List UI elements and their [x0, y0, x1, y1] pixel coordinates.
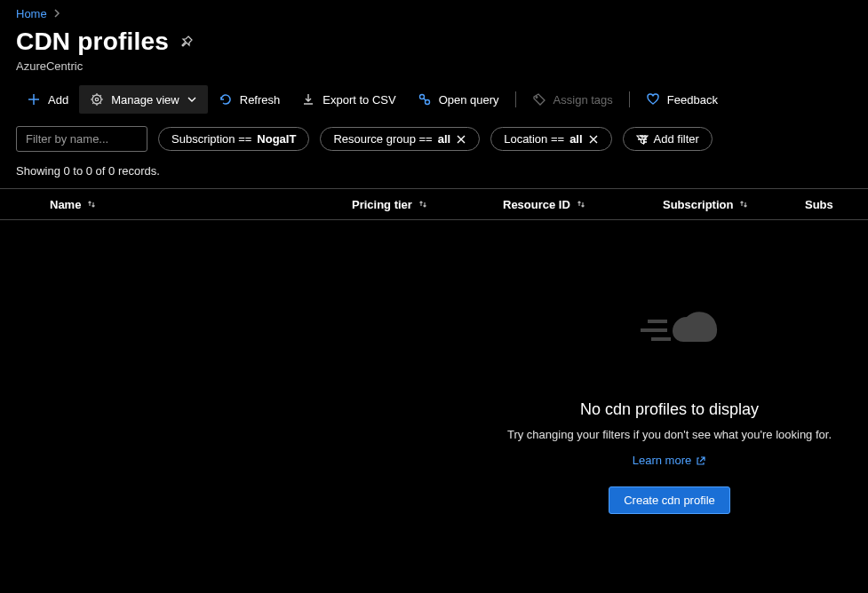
- column-pricing-label: Pricing tier: [352, 198, 412, 211]
- chevron-right-icon: [52, 8, 61, 20]
- records-info: Showing 0 to 0 of 0 records.: [0, 155, 868, 188]
- export-csv-label: Export to CSV: [323, 93, 395, 107]
- pill-value: all: [569, 132, 582, 146]
- sort-icon: [576, 199, 586, 210]
- filter-pill-resource-group[interactable]: Resource group == all: [320, 127, 480, 151]
- sort-icon: [738, 199, 749, 210]
- toolbar: Add Manage view Refresh Export to CSV Op…: [0, 82, 868, 117]
- empty-title: No cdn profiles to display: [580, 400, 759, 419]
- query-icon: [418, 92, 432, 107]
- tag-icon: [532, 92, 546, 107]
- chevron-down-icon: [187, 94, 197, 105]
- filter-row: Subscription == NogaIT Resource group ==…: [0, 117, 868, 155]
- pin-button[interactable]: [179, 35, 194, 49]
- add-label: Add: [48, 93, 68, 107]
- column-subscription-label: Subscription: [663, 198, 733, 211]
- manage-view-button[interactable]: Manage view: [79, 85, 208, 114]
- feedback-label: Feedback: [667, 93, 718, 107]
- heart-icon: [646, 92, 660, 107]
- external-link-icon: [696, 455, 706, 466]
- filter-pill-subscription[interactable]: Subscription == NogaIT: [158, 127, 309, 151]
- learn-more-label: Learn more: [633, 454, 691, 467]
- refresh-icon: [219, 92, 233, 107]
- column-subscription[interactable]: Subscription: [654, 198, 796, 211]
- svg-rect-6: [641, 328, 667, 332]
- svg-point-3: [425, 100, 429, 105]
- filter-pill-location[interactable]: Location == all: [490, 127, 611, 151]
- svg-rect-5: [648, 320, 667, 323]
- empty-state: No cdn profiles to display Try changing …: [235, 220, 868, 514]
- filter-name-input[interactable]: [16, 126, 147, 152]
- column-name-label: Name: [50, 198, 81, 211]
- assign-tags-button: Assign tags: [522, 85, 624, 114]
- breadcrumb-home[interactable]: Home: [16, 7, 47, 20]
- svg-rect-7: [651, 337, 671, 341]
- gear-icon: [90, 92, 104, 107]
- plus-icon: [27, 92, 41, 107]
- create-cdn-profile-button[interactable]: Create cdn profile: [609, 486, 730, 514]
- sort-icon: [418, 199, 428, 210]
- export-csv-button[interactable]: Export to CSV: [291, 85, 406, 114]
- page-header: CDN profiles: [0, 24, 868, 59]
- svg-point-2: [419, 95, 424, 99]
- column-resource-id[interactable]: Resource ID: [494, 198, 654, 211]
- open-query-label: Open query: [439, 93, 499, 107]
- pin-icon: [179, 35, 194, 49]
- column-resource-label: Resource ID: [503, 198, 570, 211]
- refresh-label: Refresh: [240, 93, 281, 107]
- manage-view-label: Manage view: [111, 93, 179, 107]
- filter-icon: [636, 133, 649, 146]
- learn-more-link[interactable]: Learn more: [633, 454, 706, 467]
- column-name[interactable]: Name: [41, 198, 343, 211]
- pill-label: Resource group ==: [333, 132, 432, 146]
- empty-subtitle: Try changing your filters if you don't s…: [507, 428, 832, 441]
- pill-value: all: [438, 132, 450, 146]
- column-subscription-id-label: Subs: [805, 198, 833, 211]
- close-icon[interactable]: [588, 134, 599, 145]
- download-icon: [301, 92, 315, 107]
- column-pricing-tier[interactable]: Pricing tier: [343, 198, 494, 211]
- column-subscription-id[interactable]: Subs: [796, 198, 849, 211]
- assign-tags-label: Assign tags: [553, 93, 613, 107]
- sort-icon: [86, 199, 97, 210]
- svg-point-4: [536, 97, 538, 99]
- open-query-button[interactable]: Open query: [407, 85, 510, 114]
- page-subtitle: AzureCentric: [0, 59, 868, 82]
- page-title: CDN profiles: [16, 28, 169, 56]
- svg-point-1: [95, 98, 98, 100]
- table-header: Name Pricing tier Resource ID Subscripti…: [0, 188, 868, 220]
- pill-label: Subscription ==: [171, 132, 251, 146]
- pill-label: Location ==: [504, 132, 564, 146]
- add-button[interactable]: Add: [16, 85, 79, 114]
- close-icon[interactable]: [456, 134, 466, 145]
- feedback-button[interactable]: Feedback: [635, 85, 729, 114]
- toolbar-separator: [629, 91, 630, 107]
- refresh-button[interactable]: Refresh: [208, 85, 291, 114]
- toolbar-separator: [515, 91, 516, 107]
- pill-value: NogaIT: [257, 132, 296, 146]
- cloud-illustration: [621, 291, 719, 356]
- add-filter-label: Add filter: [654, 132, 699, 146]
- add-filter-button[interactable]: Add filter: [623, 127, 713, 151]
- breadcrumb: Home: [0, 0, 868, 24]
